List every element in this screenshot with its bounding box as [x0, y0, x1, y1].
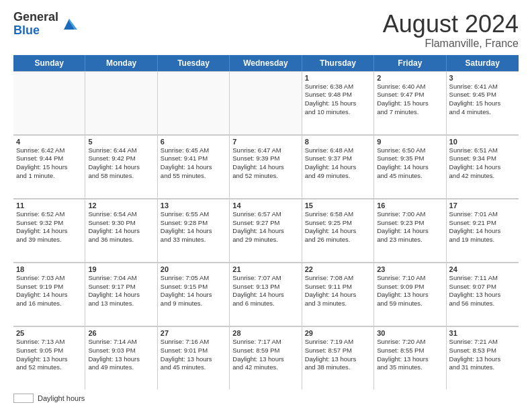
day-number: 26 — [88, 329, 154, 337]
legend-label: Daylight hours — [38, 394, 85, 402]
month-year: August 2024 — [383, 11, 519, 38]
day-number: 2 — [377, 74, 443, 82]
calendar-header-cell: Tuesday — [158, 55, 230, 71]
day-number: 11 — [16, 201, 82, 210]
cell-line: Sunrise: 6:50 AM — [377, 146, 443, 155]
cell-line: Sunset: 9:25 PM — [305, 219, 371, 228]
calendar-cell: 13Sunrise: 6:55 AMSunset: 9:28 PMDayligh… — [158, 199, 230, 262]
cell-line: and 26 minutes. — [305, 236, 371, 244]
calendar-cell: 20Sunrise: 7:05 AMSunset: 9:15 PMDayligh… — [158, 263, 230, 326]
cell-line: Sunrise: 7:08 AM — [305, 274, 371, 283]
cell-line: and 56 minutes. — [449, 300, 516, 308]
calendar-cell: 10Sunrise: 6:51 AMSunset: 9:34 PMDayligh… — [447, 135, 519, 198]
cell-line: Sunrise: 6:41 AM — [449, 83, 516, 91]
title-block: August 2024 Flamanville, France — [383, 11, 519, 50]
legend: Daylight hours — [13, 394, 519, 403]
cell-line: Sunset: 9:05 PM — [16, 347, 82, 355]
cell-line: and 16 minutes. — [16, 300, 82, 308]
cell-line: Daylight: 13 hours — [377, 355, 443, 364]
cell-line: Sunset: 9:42 PM — [88, 154, 154, 163]
page: General Blue August 2024 Flamanville, Fr… — [0, 0, 532, 411]
day-number: 16 — [377, 201, 443, 210]
cell-line: and 39 minutes. — [16, 236, 82, 244]
cell-line: Sunset: 9:15 PM — [161, 283, 226, 291]
cell-line: and 7 minutes. — [377, 108, 443, 117]
cell-line: Daylight: 14 hours — [16, 227, 82, 236]
cell-line: and 33 minutes. — [161, 236, 226, 244]
cell-line: and 6 minutes. — [232, 300, 298, 308]
cell-line: Daylight: 13 hours — [305, 355, 371, 364]
cell-line: Sunset: 9:07 PM — [449, 283, 516, 291]
calendar-body: 1Sunrise: 6:38 AMSunset: 9:48 PMDaylight… — [13, 71, 519, 390]
cell-line: Daylight: 13 hours — [232, 355, 298, 364]
day-number: 19 — [88, 265, 154, 273]
cell-line: and 52 minutes. — [16, 363, 82, 372]
day-number: 15 — [305, 201, 371, 210]
logo-text: General Blue — [13, 10, 58, 37]
cell-line: Daylight: 14 hours — [377, 227, 443, 236]
cell-line: Sunset: 9:37 PM — [305, 154, 371, 163]
cell-line: Daylight: 14 hours — [16, 291, 82, 300]
day-number: 9 — [377, 138, 443, 146]
calendar-cell: 7Sunrise: 6:47 AMSunset: 9:39 PMDaylight… — [230, 135, 302, 198]
calendar-header-cell: Saturday — [447, 55, 519, 71]
cell-line: and 35 minutes. — [377, 363, 443, 372]
cell-line: Daylight: 14 hours — [161, 291, 226, 300]
cell-line: Sunrise: 6:55 AM — [161, 210, 226, 219]
cell-line: Sunset: 8:57 PM — [305, 347, 371, 355]
day-number: 8 — [305, 138, 371, 146]
calendar-row: 4Sunrise: 6:42 AMSunset: 9:44 PMDaylight… — [13, 135, 519, 199]
day-number: 17 — [449, 201, 516, 210]
calendar-row: 11Sunrise: 6:52 AMSunset: 9:32 PMDayligh… — [13, 199, 519, 263]
day-number: 31 — [449, 329, 516, 337]
calendar-cell: 29Sunrise: 7:19 AMSunset: 8:57 PMDayligh… — [302, 326, 374, 390]
cell-line: and 29 minutes. — [232, 236, 298, 244]
cell-line: Daylight: 15 hours — [16, 163, 82, 172]
cell-line: Daylight: 14 hours — [377, 163, 443, 172]
cell-line: Daylight: 15 hours — [305, 99, 371, 108]
day-number: 6 — [161, 138, 226, 146]
calendar-cell: 24Sunrise: 7:11 AMSunset: 9:07 PMDayligh… — [447, 263, 519, 326]
calendar-cell: 16Sunrise: 7:00 AMSunset: 9:23 PMDayligh… — [374, 199, 446, 262]
cell-line: and 10 minutes. — [305, 108, 371, 117]
calendar-cell: 4Sunrise: 6:42 AMSunset: 9:44 PMDaylight… — [13, 135, 85, 198]
day-number: 4 — [16, 138, 82, 146]
calendar-cell: 9Sunrise: 6:50 AMSunset: 9:35 PMDaylight… — [374, 135, 446, 198]
calendar-row: 25Sunrise: 7:13 AMSunset: 9:05 PMDayligh… — [13, 326, 519, 390]
cell-line: Sunset: 9:45 PM — [449, 91, 516, 99]
cell-line: Sunset: 9:13 PM — [232, 283, 298, 291]
cell-line: Sunset: 9:09 PM — [377, 283, 443, 291]
cell-line: Daylight: 14 hours — [449, 227, 516, 236]
day-number: 30 — [377, 329, 443, 337]
legend-box — [13, 394, 34, 403]
cell-line: Sunrise: 7:03 AM — [16, 274, 82, 283]
day-number: 12 — [88, 201, 154, 210]
calendar-cell — [85, 71, 157, 134]
cell-line: and 13 minutes. — [88, 300, 154, 308]
cell-line: Sunrise: 6:48 AM — [305, 146, 371, 155]
cell-line: Daylight: 14 hours — [88, 227, 154, 236]
cell-line: Sunrise: 7:16 AM — [161, 338, 226, 347]
calendar-cell: 21Sunrise: 7:07 AMSunset: 9:13 PMDayligh… — [230, 263, 302, 326]
day-number: 3 — [449, 74, 516, 82]
cell-line: and 23 minutes. — [377, 236, 443, 244]
calendar-cell: 12Sunrise: 6:54 AMSunset: 9:30 PMDayligh… — [85, 199, 157, 262]
cell-line: Sunset: 9:32 PM — [16, 219, 82, 228]
day-number: 7 — [232, 138, 298, 146]
cell-line: Sunset: 9:17 PM — [88, 283, 154, 291]
cell-line: and 1 minute. — [16, 172, 82, 181]
cell-line: Sunrise: 7:07 AM — [232, 274, 298, 283]
cell-line: and 49 minutes. — [88, 363, 154, 372]
day-number: 27 — [161, 329, 226, 337]
cell-line: Sunrise: 7:19 AM — [305, 338, 371, 347]
calendar: SundayMondayTuesdayWednesdayThursdayFrid… — [13, 55, 519, 390]
day-number: 23 — [377, 265, 443, 273]
cell-line: Sunset: 9:21 PM — [449, 219, 516, 228]
logo-blue: Blue — [13, 24, 40, 37]
calendar-cell: 28Sunrise: 7:17 AMSunset: 8:59 PMDayligh… — [230, 326, 302, 390]
cell-line: Sunset: 9:41 PM — [161, 154, 226, 163]
cell-line: Sunrise: 6:57 AM — [232, 210, 298, 219]
cell-line: Sunset: 8:59 PM — [232, 347, 298, 355]
cell-line: and 3 minutes. — [305, 300, 371, 308]
cell-line: Daylight: 13 hours — [449, 291, 516, 300]
